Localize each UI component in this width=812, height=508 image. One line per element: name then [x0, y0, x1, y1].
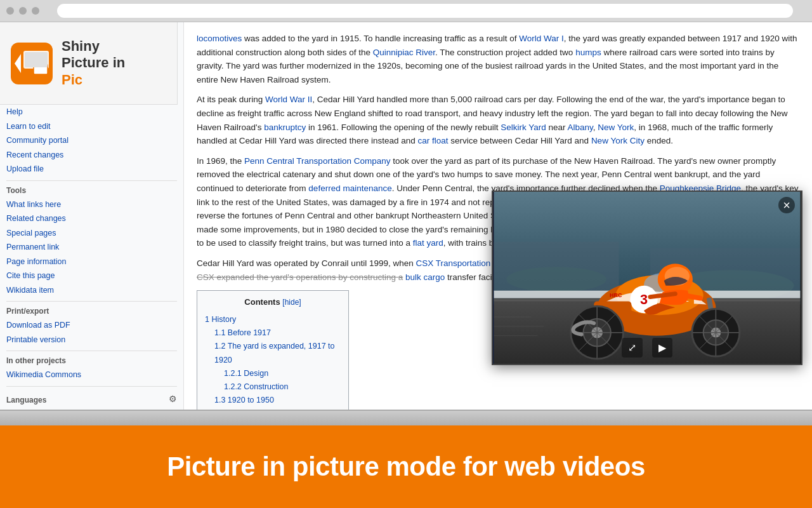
pip-expand-button[interactable]: ⤢	[622, 338, 643, 358]
svg-rect-4	[25, 52, 48, 67]
sidebar-link-permanent[interactable]: Permanent link	[6, 240, 177, 255]
link-quinnipiac[interactable]: Quinnipiac River	[373, 48, 435, 57]
toc-item-1-3[interactable]: 1.3 1920 to 1950	[205, 394, 341, 407]
browser-dot-green	[32, 7, 39, 15]
link-penncentral[interactable]: Penn Central Transportation Company	[244, 156, 390, 166]
sidebar-link-espanol[interactable]: Español	[6, 407, 177, 410]
sidebar-link-commons[interactable]: Wikimedia Commons	[6, 368, 177, 382]
toc-title: Contents [hide]	[205, 296, 341, 309]
sidebar-link-related[interactable]: Related changes	[6, 211, 177, 226]
link-carfloat[interactable]: car float	[417, 136, 448, 145]
sidebar-other-header: In other projects	[6, 356, 177, 365]
toc-item-1[interactable]: 1 History	[205, 313, 341, 326]
link-locomotives[interactable]: locomotives	[197, 34, 242, 43]
languages-header-row: Languages ⚙	[6, 391, 177, 407]
link-wwi[interactable]: World War I	[519, 34, 564, 43]
link-newyork[interactable]: New York	[598, 123, 634, 132]
sidebar-link-printable[interactable]: Printable version	[6, 333, 177, 347]
browser-dot-yellow	[19, 7, 27, 15]
svg-text:HRC: HRC	[610, 292, 622, 298]
toc-item-1-1[interactable]: 1.1 Before 1917	[205, 326, 341, 340]
sidebar-divider-3	[6, 351, 177, 351]
browser-dot-red	[6, 7, 14, 15]
laptop-base	[0, 410, 812, 425]
bottom-bar-text: Picture in picture mode for web videos	[167, 451, 645, 482]
pip-controls: ⤢ ▶	[622, 338, 672, 358]
extension-logo	[10, 41, 54, 86]
pip-play-button[interactable]: ▶	[652, 338, 672, 358]
sidebar-divider-1	[6, 180, 177, 181]
svg-line-40	[650, 294, 675, 297]
sidebar-link-whatlinks[interactable]: What links here	[6, 197, 177, 212]
wiki-para-1: locomotives was added to the yard in 191…	[197, 32, 799, 86]
expand-icon: ⤢	[628, 342, 636, 354]
link-humps[interactable]: humps	[575, 48, 601, 57]
sidebar-link-learn[interactable]: Learn to edit	[6, 119, 177, 134]
language-settings-icon[interactable]: ⚙	[169, 394, 177, 404]
pip-close-button[interactable]: ×	[778, 197, 795, 213]
toc-item-1-2-1[interactable]: 1.2.1 Design	[205, 367, 341, 380]
sidebar-link-wikidata[interactable]: Wikidata item	[6, 283, 177, 298]
sidebar-print-header: Print/export	[6, 307, 177, 316]
toc-item-1-2[interactable]: 1.2 The yard is expanded, 1917 to 1920	[205, 340, 341, 367]
sidebar-tools-header: Tools	[6, 186, 177, 195]
bottom-bar: Picture in picture mode for web videos	[0, 425, 812, 508]
link-wwii[interactable]: World War II	[265, 95, 312, 104]
extension-header: Shiny Picture in Pic	[0, 22, 178, 105]
sidebar-link-community[interactable]: Community portal	[6, 133, 177, 148]
link-csx[interactable]: CSX Transportation	[416, 258, 490, 268]
pip-video-overlay: ×	[492, 190, 802, 365]
svg-rect-10	[494, 242, 619, 292]
sidebar-divider-4	[6, 386, 177, 387]
sidebar-link-cite[interactable]: Cite this page	[6, 269, 177, 283]
svg-text:3: 3	[640, 291, 648, 307]
table-of-contents: Contents [hide] 1 History 1.1 Before 191…	[197, 290, 349, 410]
toc-item-1-4[interactable]: 1.4 1950 to 1969	[205, 408, 341, 410]
link-deferred[interactable]: deferred maintenance	[308, 184, 391, 193]
sidebar-link-pageinfo[interactable]: Page information	[6, 255, 177, 269]
sidebar-lang-header: Languages	[6, 396, 46, 404]
sidebar-link-help[interactable]: Help	[6, 105, 177, 119]
sidebar-divider-2	[6, 301, 177, 302]
toc-hide-button[interactable]: [hide]	[282, 298, 301, 307]
sidebar-link-special[interactable]: Special pages	[6, 226, 177, 241]
wiki-main-content: locomotives was added to the yard in 191…	[184, 22, 812, 410]
link-nyc[interactable]: New York City	[591, 136, 645, 145]
extension-title: Shiny Picture in Pic	[62, 38, 125, 88]
sidebar-link-upload[interactable]: Upload file	[6, 162, 177, 177]
wiki-para-2: At its peak during World War II, Cedar H…	[197, 93, 799, 147]
browser-content: Shiny Picture in Pic Help Learn to edit …	[0, 22, 812, 410]
link-selkirk[interactable]: Selkirk Yard	[501, 123, 546, 132]
play-icon: ▶	[658, 342, 666, 354]
link-bankruptcy[interactable]: bankruptcy	[264, 123, 306, 132]
browser-url-bar[interactable]	[57, 4, 793, 18]
link-flatyard[interactable]: flat yard	[413, 238, 443, 248]
toc-item-1-2-2[interactable]: 1.2.2 Construction	[205, 380, 341, 394]
browser-chrome	[0, 0, 812, 22]
sidebar-link-recent[interactable]: Recent changes	[6, 148, 177, 163]
sidebar-link-pdf[interactable]: Download as PDF	[6, 318, 177, 333]
link-bulkcargo[interactable]: bulk cargo	[405, 272, 445, 282]
link-albany[interactable]: Albany	[567, 123, 593, 132]
